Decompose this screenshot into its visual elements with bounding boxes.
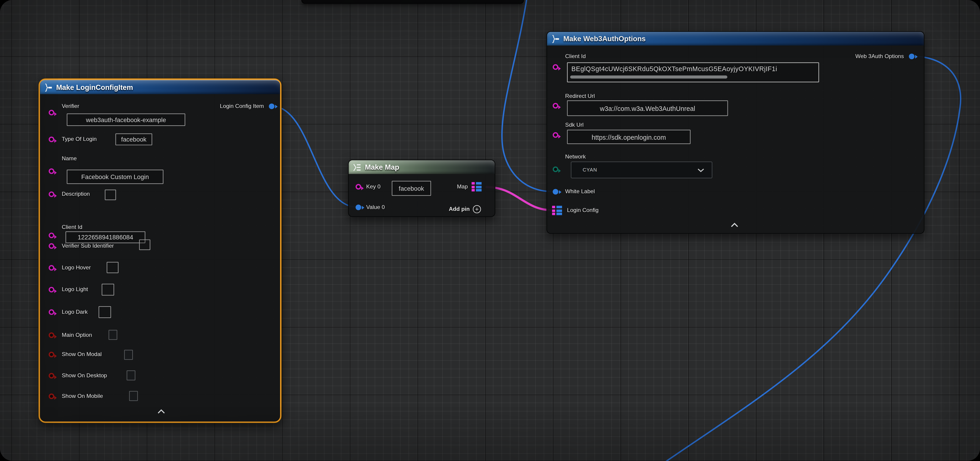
- type-of-login-input[interactable]: facebook: [115, 134, 152, 145]
- add-pin-button[interactable]: +: [473, 205, 481, 213]
- pin-label-logo-dark: Logo Dark: [62, 309, 88, 316]
- pin-label-show-on-modal: Show On Modal: [62, 351, 102, 358]
- logo-dark-input[interactable]: [99, 306, 111, 318]
- pin-verifier[interactable]: [49, 110, 54, 116]
- collapse-chevron-icon[interactable]: [730, 223, 738, 228]
- blueprint-editor: Make LoginConfigItem Verifier web3auth-f…: [0, 0, 980, 461]
- pin-name[interactable]: [49, 168, 54, 174]
- pin-label-name: Name: [62, 155, 76, 162]
- pin-label-main-option: Main Option: [62, 332, 92, 339]
- make-map-icon: [353, 163, 362, 171]
- node-make-web3authoptions[interactable]: Make Web3AuthOptions Client Id BEglQSgt4…: [547, 31, 924, 234]
- make-struct-icon: [44, 83, 53, 91]
- pin-label-client-id: Client Id: [565, 53, 586, 60]
- pin-login-config[interactable]: [552, 206, 562, 215]
- pin-label-white-label: White Label: [565, 188, 595, 195]
- show-on-desktop-checkbox[interactable]: [127, 370, 135, 380]
- pin-show-on-desktop[interactable]: [49, 373, 54, 379]
- node-header[interactable]: Make Map: [348, 160, 495, 174]
- pin-white-label[interactable]: [553, 189, 558, 195]
- offscreen-node-bottom[interactable]: [301, 0, 524, 4]
- pin-label-description: Description: [62, 191, 90, 197]
- verifier-input[interactable]: web3auth-facebook-example: [67, 113, 185, 126]
- pin-label-client-id: Client Id: [62, 224, 82, 231]
- node-make-loginconfigitem[interactable]: Make LoginConfigItem Verifier web3auth-f…: [39, 79, 282, 423]
- key-0-input[interactable]: facebook: [392, 181, 431, 196]
- show-on-mobile-checkbox[interactable]: [129, 391, 138, 401]
- pin-label-show-on-desktop: Show On Desktop: [62, 372, 107, 379]
- redirect-url-input[interactable]: w3a://com.w3a.Web3AuthUnreal: [567, 100, 728, 116]
- client-id-input[interactable]: 1222658941886084: [65, 231, 145, 243]
- node-header[interactable]: Make Web3AuthOptions: [547, 32, 924, 46]
- pin-label-verifier-sub-identifier: Verifier Sub Identifier: [62, 243, 114, 250]
- pin-label-logo-light: Logo Light: [62, 286, 88, 293]
- pin-client-id[interactable]: [49, 232, 54, 238]
- pin-key-0[interactable]: [355, 184, 361, 189]
- pin-show-on-mobile[interactable]: [49, 394, 54, 399]
- pin-label-verifier: Verifier: [62, 103, 79, 110]
- wire-top-to-whitelabel[interactable]: [502, 0, 551, 191]
- description-input[interactable]: [105, 189, 116, 200]
- node-title: Make Map: [365, 163, 399, 171]
- pin-label-network: Network: [565, 153, 586, 160]
- pin-logo-light[interactable]: [49, 287, 54, 292]
- pin-web3auth-options-output[interactable]: [909, 54, 915, 59]
- pin-show-on-modal[interactable]: [49, 352, 54, 358]
- pin-client-id[interactable]: [553, 64, 558, 70]
- pin-label-sdk-url: Sdk Url: [565, 122, 584, 129]
- name-input[interactable]: Facebook Custom Login: [67, 170, 164, 184]
- node-header[interactable]: Make LoginConfigItem: [40, 80, 280, 94]
- make-struct-icon: [551, 35, 560, 43]
- pin-label-map: Map: [457, 183, 468, 190]
- pin-label-web3auth-options: Web 3Auth Options: [855, 53, 904, 60]
- graph-canvas[interactable]: Make LoginConfigItem Verifier web3auth-f…: [0, 0, 980, 461]
- logo-hover-input[interactable]: [107, 262, 118, 273]
- pin-description[interactable]: [49, 191, 54, 197]
- client-id-scrollbar[interactable]: [570, 75, 727, 78]
- pin-label-key-0: Key 0: [366, 183, 381, 190]
- pin-map-output[interactable]: [472, 182, 482, 191]
- pin-label-show-on-mobile: Show On Mobile: [62, 393, 103, 400]
- pin-type-of-login[interactable]: [49, 137, 54, 142]
- pin-verifier-sub-identifier[interactable]: [49, 243, 54, 249]
- logo-light-input[interactable]: [102, 284, 114, 296]
- pin-login-config-item-output[interactable]: [269, 103, 275, 109]
- add-pin-label: Add pin: [449, 206, 469, 213]
- network-dropdown[interactable]: CYAN: [571, 161, 712, 178]
- sdk-url-input[interactable]: https://sdk.openlogin.com: [567, 130, 690, 144]
- main-option-checkbox[interactable]: [108, 330, 117, 340]
- pin-value-0[interactable]: [355, 204, 361, 210]
- pin-logo-hover[interactable]: [49, 265, 54, 271]
- node-title: Make Web3AuthOptions: [563, 35, 646, 43]
- wire-loginconfigitem-to-value0[interactable]: [272, 106, 356, 207]
- node-title: Make LoginConfigItem: [56, 83, 133, 91]
- pin-network[interactable]: [553, 167, 558, 172]
- collapse-chevron-icon[interactable]: [157, 409, 165, 414]
- network-dropdown-value: CYAN: [583, 167, 597, 173]
- pin-label-logo-hover: Logo Hover: [62, 264, 91, 271]
- chevron-down-icon: [697, 168, 704, 172]
- client-id-input[interactable]: BEglQSgt4cUWcj6SKRdu5QkOXTsePmMcusG5EAoy…: [567, 62, 819, 82]
- pin-label-redirect-url: Redirect Url: [565, 93, 595, 100]
- verifier-sub-identifier-input[interactable]: [139, 239, 150, 250]
- pin-label-value-0: Value 0: [366, 204, 385, 211]
- pin-sdk-url[interactable]: [553, 132, 558, 138]
- show-on-modal-checkbox[interactable]: [124, 350, 133, 360]
- pin-label-login-config: Login Config: [567, 207, 599, 214]
- pin-label-type-of-login: Type Of Login: [62, 136, 97, 143]
- pin-redirect-url[interactable]: [553, 103, 558, 109]
- pin-main-option[interactable]: [49, 332, 54, 338]
- node-make-map[interactable]: Make Map Key 0 facebook Map Value 0 Add …: [348, 160, 495, 217]
- pin-label-login-config-item: Login Config Item: [220, 103, 264, 110]
- pin-logo-dark[interactable]: [49, 309, 54, 315]
